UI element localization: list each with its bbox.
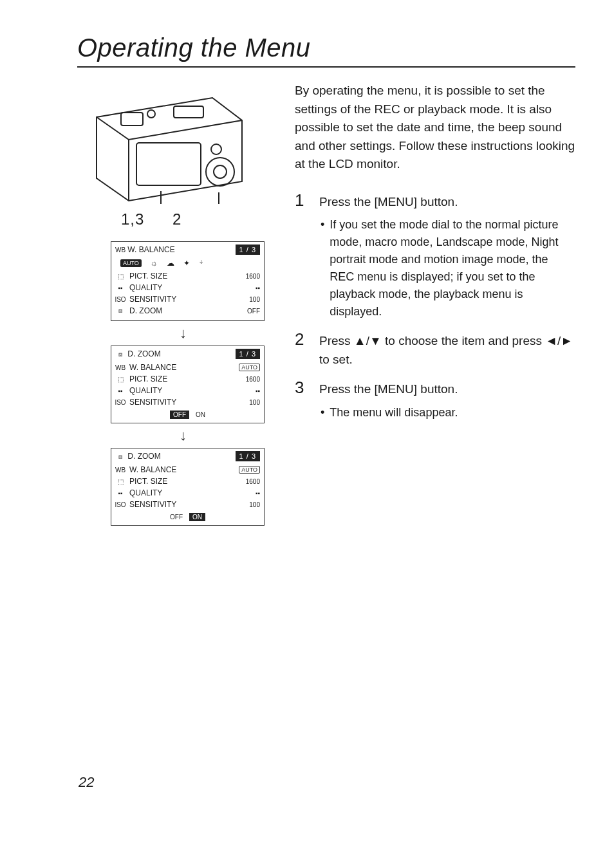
menu2-head-label: D. ZOOM [127, 349, 160, 358]
menu1-quality-value: ▪▪ [256, 284, 260, 291]
lcd-menu-1: WB W. BALANCE 1 / 3 AUTO ☼ ☁ ✦ ᛎ ⬚PICT. … [111, 241, 265, 321]
callout-2: 2 [172, 210, 181, 228]
dzoom-icon: ⧈ [115, 453, 126, 461]
page-number: 22 [79, 774, 94, 791]
menu3-quality-value: ▪▪ [256, 490, 260, 497]
wb-shade-icon: ᛎ [199, 259, 203, 268]
menu2-toggle-off: OFF [170, 411, 189, 419]
menu2-wbalance-value: AUTO [239, 364, 260, 371]
menu2-toggle-on: ON [196, 411, 205, 418]
menu1-sensitivity-value: 100 [249, 296, 260, 303]
wb-cloud-icon: ☁ [167, 259, 174, 268]
svg-point-3 [214, 165, 227, 178]
step-3-bullet: The menu will disappear. [330, 404, 458, 421]
menu2-page-indicator: 1 / 3 [236, 349, 260, 359]
svg-rect-4 [121, 113, 143, 125]
svg-rect-1 [136, 143, 201, 185]
quality-icon: ▪▪ [115, 387, 126, 394]
menu1-row-dzoom: ⧈D. ZOOM OFF [115, 305, 260, 317]
pict-size-icon: ⬚ [115, 478, 126, 485]
quality-icon: ▪▪ [115, 490, 126, 497]
lcd-menu-2: ⧈ D. ZOOM 1 / 3 WBW. BALANCE AUTO ⬚PICT.… [111, 346, 265, 423]
bullet-icon: • [321, 404, 324, 421]
step-2-text: Press ▲/▼ to choose the item and press ◄… [319, 332, 575, 369]
iso-icon: ISO [115, 399, 126, 406]
menu2-row-sensitivity: ISOSENSITIVITY 100 [115, 396, 260, 408]
step-1-bullet: If you set the mode dial to the normal p… [330, 216, 575, 320]
intro-paragraph: By operating the menu, it is possible to… [295, 82, 575, 174]
wb-icon: WB [115, 246, 126, 254]
wb-option-row: AUTO ☼ ☁ ✦ ᛎ [115, 257, 260, 270]
dzoom-icon: ⧈ [115, 351, 126, 358]
menu1-row-quality: ▪▪QUALITY ▪▪ [115, 282, 260, 293]
step-3: 3 Press the [MENU] button. • The menu wi… [295, 378, 575, 421]
wb-sun-icon: ☼ [151, 259, 158, 268]
pict-size-icon: ⬚ [115, 376, 126, 383]
quality-icon: ▪▪ [115, 284, 126, 291]
menu3-pict-size-value: 1600 [246, 478, 260, 485]
menu1-row-sensitivity: ISOSENSITIVITY 100 [115, 293, 260, 305]
camera-illustration [84, 82, 270, 204]
svg-point-2 [206, 158, 234, 186]
bullet-icon: • [321, 216, 324, 320]
step-1-text: Press the [MENU] button. [319, 193, 575, 212]
wb-bulb-icon: ✦ [183, 259, 190, 268]
camera-callout-labels: 1,3 2 [77, 210, 270, 241]
step-2-number: 2 [295, 329, 308, 369]
arrow-down-icon: ↓ [111, 427, 256, 444]
wb-icon: WB [115, 364, 126, 371]
wb-auto-icon: AUTO [120, 259, 142, 267]
wb-icon: WB [115, 466, 126, 474]
menu1-page-indicator: 1 / 3 [236, 245, 260, 255]
pict-size-icon: ⬚ [115, 273, 126, 280]
menu2-sensitivity-value: 100 [249, 399, 260, 406]
svg-point-6 [211, 144, 221, 154]
callout-1-3: 1,3 [121, 210, 144, 228]
dzoom-icon: ⧈ [115, 307, 126, 315]
arrow-down-icon: ↓ [111, 325, 256, 342]
step-1: 1 Press the [MENU] button. • If you set … [295, 190, 575, 321]
menu3-toggle: OFF ON [115, 510, 260, 521]
menu3-row-pict-size: ⬚PICT. SIZE 1600 [115, 476, 260, 487]
svg-point-7 [147, 110, 155, 118]
menu2-row-wbalance: WBW. BALANCE AUTO [115, 362, 260, 373]
menu3-head-label: D. ZOOM [127, 452, 160, 461]
menu1-dzoom-value: OFF [247, 308, 260, 315]
menu1-row-pict-size: ⬚PICT. SIZE 1600 [115, 270, 260, 282]
menu2-pict-size-value: 1600 [246, 376, 260, 383]
svg-rect-5 [174, 106, 203, 118]
menu3-toggle-on: ON [189, 513, 205, 521]
menu2-quality-value: ▪▪ [256, 387, 260, 394]
menu3-toggle-off: OFF [170, 513, 183, 521]
menu3-row-wbalance: WBW. BALANCE AUTO [115, 464, 260, 476]
menu2-row-quality: ▪▪QUALITY ▪▪ [115, 385, 260, 396]
iso-icon: ISO [115, 501, 126, 508]
menu1-pict-size-value: 1600 [246, 273, 260, 280]
iso-icon: ISO [115, 296, 126, 303]
menu3-row-sensitivity: ISOSENSITIVITY 100 [115, 499, 260, 510]
menu2-toggle: OFF ON [115, 408, 260, 419]
page-title: Operating the Menu [77, 33, 575, 68]
step-1-number: 1 [295, 190, 308, 321]
step-3-number: 3 [295, 378, 308, 421]
menu3-row-quality: ▪▪QUALITY ▪▪ [115, 487, 260, 499]
lcd-menu-3: ⧈ D. ZOOM 1 / 3 WBW. BALANCE AUTO ⬚PICT.… [111, 448, 265, 526]
menu1-head-label: W. BALANCE [127, 245, 174, 254]
step-3-text: Press the [MENU] button. [319, 380, 575, 399]
menu3-sensitivity-value: 100 [249, 501, 260, 508]
menu3-page-indicator: 1 / 3 [236, 451, 260, 461]
menu3-wbalance-value: AUTO [239, 466, 260, 474]
menu2-row-pict-size: ⬚PICT. SIZE 1600 [115, 373, 260, 385]
step-2: 2 Press ▲/▼ to choose the item and press… [295, 329, 575, 369]
